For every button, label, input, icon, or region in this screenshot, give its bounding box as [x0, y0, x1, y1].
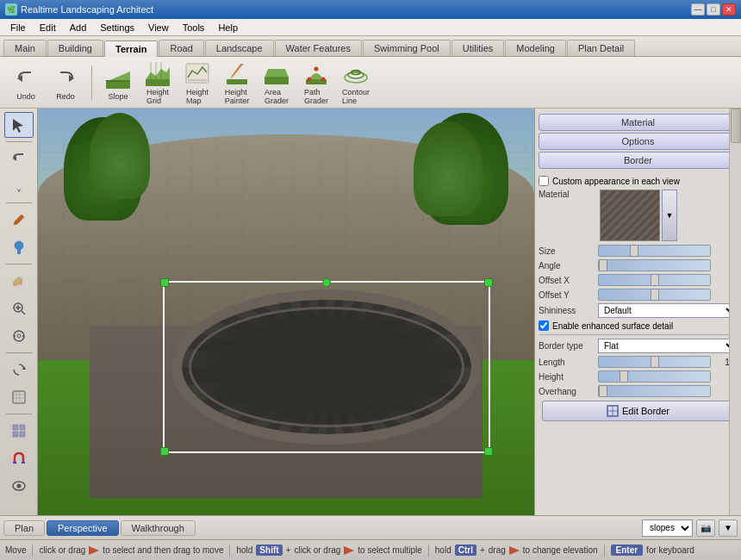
menu-settings[interactable]: Settings — [93, 22, 141, 34]
svg-rect-29 — [20, 277, 22, 285]
viewport[interactable] — [38, 109, 534, 515]
offsety-row: Offset Y 0 — [539, 289, 738, 301]
handle-bl[interactable] — [160, 447, 169, 456]
tab-terrain[interactable]: Terrain — [104, 40, 158, 57]
enter-badge: Enter — [611, 544, 644, 556]
size-slider[interactable] — [598, 245, 711, 257]
path-grader-tool[interactable]: Path Grader — [297, 56, 335, 109]
overhang-slider[interactable] — [598, 385, 711, 397]
arrow-icon2 — [344, 546, 354, 555]
measure-tool[interactable] — [4, 323, 34, 349]
custom-appearance-label: Custom appearance in each view — [552, 177, 680, 186]
menu-tools[interactable]: Tools — [176, 22, 212, 34]
angle-slider[interactable] — [598, 259, 711, 271]
offsetx-slider[interactable] — [598, 274, 711, 286]
height-row: Height 2" — [539, 370, 738, 383]
svg-point-16 — [308, 77, 312, 81]
texture-tool[interactable] — [4, 384, 34, 410]
border-button[interactable]: Border — [539, 152, 738, 169]
svg-rect-10 — [188, 79, 207, 81]
area-grader-tool[interactable]: Area Grader — [258, 56, 296, 109]
edit-border-button[interactable]: Edit Border — [542, 401, 734, 421]
arrow-tool[interactable] — [4, 173, 34, 199]
height-grid-tool[interactable]: Height Grid — [139, 56, 177, 109]
move-label: Move — [5, 545, 26, 555]
tree-right2 — [414, 121, 483, 216]
shininess-dropdown[interactable]: DefaultNoneLowMediumHigh — [598, 303, 738, 318]
custom-appearance-checkbox[interactable] — [539, 176, 549, 186]
svg-rect-43 — [13, 432, 18, 437]
svg-rect-5 — [146, 79, 170, 86]
height-label: Height — [539, 372, 595, 382]
select-tool[interactable] — [4, 112, 34, 138]
handle-tl[interactable] — [160, 278, 169, 287]
undo-side-tool[interactable] — [4, 146, 34, 171]
svg-rect-2 — [106, 82, 130, 89]
view-btn[interactable]: ▼ — [719, 520, 738, 537]
close-button[interactable]: ✕ — [722, 3, 736, 16]
menu-file[interactable]: File — [3, 22, 33, 34]
tab-swimming-pool[interactable]: Swimming Pool — [363, 40, 451, 56]
slope-tool[interactable]: Slope — [99, 60, 137, 105]
handle-tm[interactable] — [322, 278, 331, 287]
svg-rect-4 — [106, 80, 130, 82]
tab-modeling[interactable]: Modeling — [505, 40, 566, 56]
enhanced-surface-row: Enable enhanced surface detail — [539, 320, 738, 331]
height-map-tool[interactable]: Height Map — [178, 56, 216, 109]
tab-main[interactable]: Main — [3, 40, 47, 56]
svg-rect-28 — [17, 277, 20, 285]
enhanced-surface-checkbox[interactable] — [539, 320, 549, 331]
status-plus2: + — [480, 545, 485, 555]
redo-icon — [52, 65, 79, 92]
handle-tr[interactable] — [484, 278, 493, 287]
camera-btn[interactable]: 📷 — [696, 520, 715, 537]
height-painter-tool[interactable]: Height Painter — [218, 56, 256, 109]
material-dropdown-btn[interactable]: ▼ — [662, 190, 677, 241]
tab-plan-detail[interactable]: Plan Detail — [567, 40, 635, 56]
menu-add[interactable]: Add — [63, 22, 94, 34]
scrollbar-track[interactable] — [729, 109, 741, 515]
minimize-button[interactable]: — — [691, 3, 705, 16]
undo-button[interactable]: Undo — [7, 60, 45, 105]
zoom-tool[interactable] — [4, 296, 34, 321]
handle-br[interactable] — [484, 447, 493, 456]
eye-tool[interactable] — [4, 473, 34, 499]
tab-landscape[interactable]: Landscape — [205, 40, 274, 56]
material-button[interactable]: Material — [539, 114, 738, 131]
redo-button[interactable]: Redo — [47, 60, 84, 105]
contour-line-tool[interactable]: Contour Line — [337, 56, 375, 109]
hand-tool[interactable] — [4, 268, 34, 294]
maximize-button[interactable]: □ — [707, 3, 720, 16]
tab-plan[interactable]: Plan — [3, 520, 45, 536]
height-slider[interactable] — [598, 370, 711, 383]
menu-edit[interactable]: Edit — [33, 22, 63, 34]
border-type-dropdown[interactable]: FlatRoundedBeveled — [598, 339, 738, 353]
bottom-right-controls: slopesflatterrain 📷 ▼ — [642, 520, 738, 537]
tab-bar: Main Building Terrain Road Landscape Wat… — [0, 36, 741, 57]
grid-tool[interactable] — [4, 418, 34, 444]
menu-view[interactable]: View — [141, 22, 176, 34]
paint-tool[interactable] — [4, 234, 34, 260]
offsety-slider[interactable] — [598, 289, 711, 301]
tab-utilities[interactable]: Utilities — [451, 40, 504, 56]
edit-border-label: Edit Border — [622, 406, 669, 416]
selection-box[interactable] — [163, 281, 490, 453]
toolbar: Undo Redo Slope Height Grid Height — [0, 57, 741, 109]
length-label: Length — [539, 358, 595, 367]
length-slider[interactable] — [598, 356, 711, 368]
scrollbar-thumb[interactable] — [731, 109, 741, 143]
rotate-tool[interactable] — [4, 357, 34, 383]
tab-building[interactable]: Building — [47, 40, 103, 56]
tab-walkthrough[interactable]: Walkthrough — [121, 520, 196, 536]
menu-help[interactable]: Help — [211, 22, 245, 34]
window-controls[interactable]: — □ ✕ — [691, 3, 736, 16]
tab-water-features[interactable]: Water Features — [275, 40, 362, 56]
path-grader-icon — [302, 60, 330, 88]
tab-perspective[interactable]: Perspective — [47, 520, 118, 536]
magnet-tool[interactable] — [4, 445, 34, 471]
svg-rect-30 — [13, 281, 16, 286]
edit-tool[interactable] — [4, 207, 34, 233]
options-button[interactable]: Options — [539, 133, 738, 150]
terrain-dropdown[interactable]: slopesflatterrain — [642, 520, 693, 537]
tab-road[interactable]: Road — [159, 40, 203, 56]
